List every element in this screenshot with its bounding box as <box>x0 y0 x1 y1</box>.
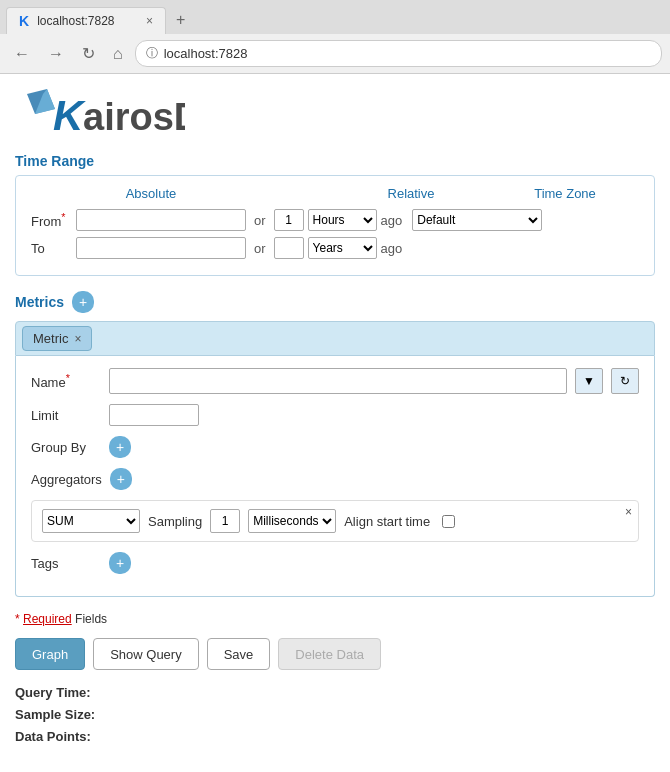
limit-row: Limit <box>31 404 639 426</box>
tags-label: Tags <box>31 556 101 571</box>
tab-title: localhost:7828 <box>37 14 114 28</box>
from-absolute-input[interactable] <box>76 209 246 231</box>
add-group-by-button[interactable]: + <box>109 436 131 458</box>
required-star: * <box>15 612 20 626</box>
reload-button[interactable]: ↻ <box>76 42 101 65</box>
sampling-number-input[interactable] <box>210 509 240 533</box>
secure-icon: ⓘ <box>146 45 158 62</box>
aggregator-item: SUM AVG MIN MAX COUNT DEV FIRST GAPS LAS… <box>31 500 639 542</box>
metric-name-input[interactable] <box>109 368 567 394</box>
col-header-timezone: Time Zone <box>491 186 639 201</box>
name-row: Name* ▼ ↻ <box>31 368 639 394</box>
aggregators-label: Aggregators <box>31 472 102 487</box>
home-button[interactable]: ⌂ <box>107 43 129 65</box>
metrics-title: Metrics <box>15 294 64 310</box>
limit-label: Limit <box>31 408 101 423</box>
back-button[interactable]: ← <box>8 43 36 65</box>
align-start-time-label: Align start time <box>344 514 430 529</box>
or-text-from: or <box>254 213 266 228</box>
time-range-title: Time Range <box>15 153 655 169</box>
col-header-relative: Relative <box>331 186 491 201</box>
query-time-row: Query Time: <box>15 682 655 704</box>
kairos-favicon: K <box>19 13 29 29</box>
forward-button[interactable]: → <box>42 43 70 65</box>
address-bar[interactable]: ⓘ localhost:7828 <box>135 40 662 67</box>
add-metric-button[interactable]: + <box>72 291 94 313</box>
aggregators-row: Aggregators + <box>31 468 639 490</box>
page-content: K airosDB Time Range Absolute Relative T… <box>0 74 670 758</box>
metric-content: Name* ▼ ↻ Limit Group By + Aggregators +… <box>15 356 655 597</box>
ago-text-to: ago <box>381 241 403 256</box>
to-relative-number[interactable] <box>274 237 304 259</box>
timezone-select[interactable]: Default UTC US/Eastern US/Central US/Pac… <box>412 209 542 231</box>
svg-text:K: K <box>53 92 86 139</box>
fields-text: Fields <box>75 612 107 626</box>
from-label: From* <box>31 211 76 229</box>
sample-size-row: Sample Size: <box>15 704 655 726</box>
or-text-to: or <box>254 241 266 256</box>
time-range-box: Absolute Relative Time Zone From* or Hou… <box>15 175 655 276</box>
new-tab-button[interactable]: + <box>166 6 195 34</box>
to-label: To <box>31 241 76 256</box>
data-points-row: Data Points: <box>15 726 655 748</box>
required-label: Required <box>23 612 72 626</box>
metric-tab-bar: Metric × <box>15 321 655 356</box>
aggregator-close-button[interactable]: × <box>625 505 632 519</box>
metrics-header: Metrics + <box>15 291 655 313</box>
name-dropdown-button[interactable]: ▼ <box>575 368 603 394</box>
metric-tab-close-button[interactable]: × <box>74 332 81 346</box>
to-row: To or Hours Minutes Seconds Days Weeks M… <box>31 237 639 259</box>
delete-data-button[interactable]: Delete Data <box>278 638 381 670</box>
sample-size-label: Sample Size: <box>15 707 95 722</box>
align-start-time-checkbox[interactable] <box>442 515 455 528</box>
query-info: Query Time: Sample Size: Data Points: <box>15 682 655 748</box>
limit-input[interactable] <box>109 404 199 426</box>
name-refresh-button[interactable]: ↻ <box>611 368 639 394</box>
from-relative-number[interactable] <box>274 209 304 231</box>
kairosdb-logo: K airosDB <box>15 84 185 139</box>
to-absolute-input[interactable] <box>76 237 246 259</box>
save-button[interactable]: Save <box>207 638 271 670</box>
sampling-unit-select[interactable]: Milliseconds Seconds Minutes Hours Days … <box>248 509 336 533</box>
to-relative-unit-select[interactable]: Hours Minutes Seconds Days Weeks Months … <box>308 237 377 259</box>
graph-button[interactable]: Graph <box>15 638 85 670</box>
add-tag-button[interactable]: + <box>109 552 131 574</box>
tags-row: Tags + <box>31 552 639 574</box>
from-relative-unit-select[interactable]: Hours Minutes Seconds Days Weeks Months … <box>308 209 377 231</box>
tab-close-button[interactable]: × <box>146 14 153 28</box>
add-aggregator-button[interactable]: + <box>110 468 132 490</box>
metric-tab-label: Metric <box>33 331 68 346</box>
browser-chrome: K localhost:7828 × + ← → ↻ ⌂ ⓘ localhost… <box>0 0 670 74</box>
show-query-button[interactable]: Show Query <box>93 638 199 670</box>
from-row: From* or Hours Minutes Seconds Days Week… <box>31 209 639 231</box>
url-text: localhost:7828 <box>164 46 248 61</box>
sampling-label: Sampling <box>148 514 202 529</box>
time-range-headers: Absolute Relative Time Zone <box>31 186 639 201</box>
browser-tab[interactable]: K localhost:7828 × <box>6 7 166 34</box>
name-label: Name* <box>31 372 101 390</box>
group-by-label: Group By <box>31 440 101 455</box>
nav-bar: ← → ↻ ⌂ ⓘ localhost:7828 <box>0 34 670 73</box>
svg-text:airosDB: airosDB <box>83 96 185 138</box>
action-buttons: Graph Show Query Save Delete Data <box>15 638 655 670</box>
data-points-label: Data Points: <box>15 729 91 744</box>
logo-area: K airosDB <box>15 84 655 139</box>
metric-tab[interactable]: Metric × <box>22 326 92 351</box>
aggregator-type-select[interactable]: SUM AVG MIN MAX COUNT DEV FIRST GAPS LAS… <box>42 509 140 533</box>
query-time-label: Query Time: <box>15 685 91 700</box>
group-by-row: Group By + <box>31 436 639 458</box>
ago-text-from: ago <box>381 213 403 228</box>
tab-bar: K localhost:7828 × + <box>0 0 670 34</box>
col-header-absolute: Absolute <box>31 186 271 201</box>
required-fields-text: * Required Fields <box>15 612 655 626</box>
